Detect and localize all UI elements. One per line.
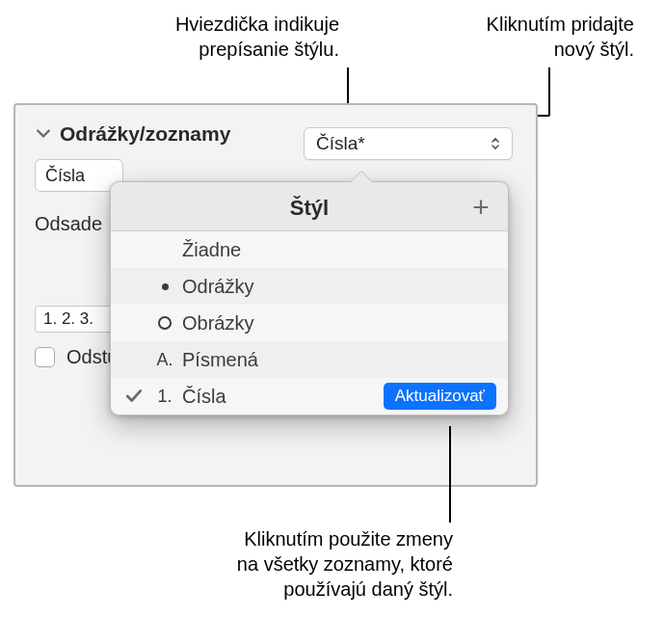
popover-list: Žiadne Odrážky Obrázky A. Písmená 1. Čís… xyxy=(111,230,508,415)
callout-asterisk: Hviezdička indikuje prepísanie štýlu. xyxy=(60,12,339,62)
style-item-label: Odrážky xyxy=(182,276,496,298)
plus-icon: + xyxy=(472,196,490,219)
callout-add: Kliknutím pridajte nový štýl. xyxy=(412,12,634,62)
callout-text: nový štýl. xyxy=(412,37,634,62)
image-bullet-icon xyxy=(147,316,182,330)
style-item-numbers[interactable]: 1. Čísla Aktualizovať xyxy=(111,378,508,415)
add-style-button[interactable]: + xyxy=(466,193,495,222)
number-marker: 1. xyxy=(147,387,182,407)
callout-text: prepísanie štýlu. xyxy=(60,37,339,62)
popover-header: Štýl + xyxy=(111,182,508,230)
callout-line xyxy=(548,67,550,116)
callout-update: Kliknutím použite zmeny na všetky zoznam… xyxy=(164,526,453,602)
update-style-button[interactable]: Aktualizovať xyxy=(384,383,496,410)
style-item-none[interactable]: Žiadne xyxy=(111,231,508,268)
style-item-images[interactable]: Obrázky xyxy=(111,305,508,341)
callout-text: používajú daný štýl. xyxy=(164,577,453,602)
number-format-value: 1. 2. 3. xyxy=(43,309,93,329)
checkmark-icon xyxy=(120,388,147,405)
style-item-label: Obrázky xyxy=(182,312,496,335)
list-style-value: Čísla* xyxy=(316,133,491,154)
chevron-down-icon[interactable] xyxy=(35,125,52,143)
callout-text: na všetky zoznamy, ktoré xyxy=(164,551,453,577)
letter-marker: A. xyxy=(147,350,182,370)
checkbox-icon[interactable] xyxy=(35,347,55,367)
callout-text: Kliknutím použite zmeny xyxy=(164,526,453,551)
callout-text: Hviezdička indikuje xyxy=(60,12,339,37)
popover-title: Štýl xyxy=(290,196,329,220)
style-item-letters[interactable]: A. Písmená xyxy=(111,341,508,378)
section-title: Odrážky/zoznamy xyxy=(60,122,230,146)
style-item-bullets[interactable]: Odrážky xyxy=(111,268,508,305)
style-item-label: Čísla xyxy=(182,386,384,408)
style-item-label: Žiadne xyxy=(182,239,496,261)
style-popover: Štýl + Žiadne Odrážky Obrázky A. Písmená xyxy=(110,181,509,416)
updown-chevron-icon xyxy=(491,136,500,151)
bullet-icon xyxy=(147,283,182,290)
sub-style-value: Čísla xyxy=(45,166,85,186)
callout-text: Kliknutím pridajte xyxy=(412,12,634,37)
callout-line xyxy=(449,426,451,523)
style-item-label: Písmená xyxy=(182,349,496,371)
list-style-select[interactable]: Čísla* xyxy=(304,127,513,160)
